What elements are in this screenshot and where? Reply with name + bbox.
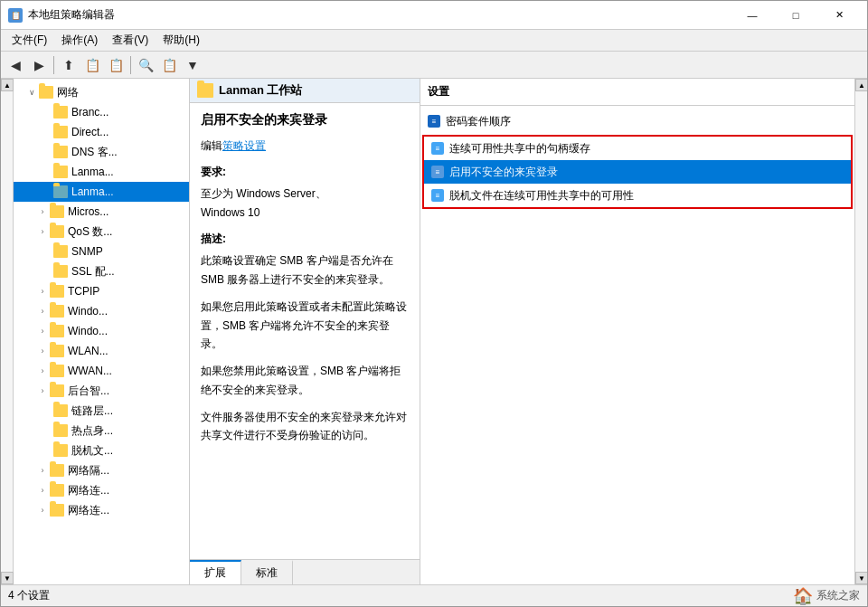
settings-item-1[interactable]: ≡ 连续可用性共享中的句柄缓存 xyxy=(424,137,851,160)
main-content: ▲ ▼ ∨ 网络 Branc... Direct... xyxy=(1,79,867,584)
tree-item-hotspot[interactable]: 热点身... xyxy=(14,421,189,441)
expand-icon-wlan: › xyxy=(35,344,50,358)
middle-panel: Lanman 工作站 启用不安全的来宾登录 编辑策略设置 要求: 至少为 Win… xyxy=(190,79,420,584)
menu-file[interactable]: 文件(F) xyxy=(5,31,54,51)
tree-label-netconn2: 网络连... xyxy=(68,503,109,518)
expand-icon-dns xyxy=(39,145,53,159)
folder-icon-wlan xyxy=(50,345,64,357)
tree-item-offline[interactable]: 脱机文... xyxy=(14,441,189,460)
right-scroll-down[interactable]: ▼ xyxy=(855,572,867,584)
settings-item-2[interactable]: ≡ 启用不安全的来宾登录 xyxy=(424,160,851,184)
menu-view[interactable]: 查看(V) xyxy=(105,31,156,51)
search-button[interactable]: 🔍 xyxy=(135,54,156,76)
tree-item-branch[interactable]: Branc... xyxy=(14,102,189,122)
tree-item-tcpip[interactable]: › TCPIP xyxy=(14,281,189,301)
view-dropdown[interactable]: ▼ xyxy=(182,54,203,76)
tree-panel: ∨ 网络 Branc... Direct... DNS 客... xyxy=(14,79,190,584)
folder-icon-netiso xyxy=(50,464,64,477)
folder-icon-hotspot xyxy=(53,424,68,437)
window-title: 本地组策略编辑器 xyxy=(28,7,731,23)
tree-label-network: 网络 xyxy=(57,85,79,100)
folder-icon-link xyxy=(53,404,68,417)
expand-icon-snmp xyxy=(39,244,53,259)
scroll-down-arrow[interactable]: ▼ xyxy=(1,572,14,584)
desc-section: 描述: 此策略设置确定 SMB 客户端是否允许在 SMB 服务器上进行不安全的来… xyxy=(201,231,409,289)
tree-label-link: 链路层... xyxy=(71,403,113,419)
folder-icon-offline xyxy=(53,444,68,457)
tree-label-windo1: Windo... xyxy=(68,305,108,318)
tree-label-branch: Branc... xyxy=(71,106,108,119)
right-scroll-up[interactable]: ▲ xyxy=(855,79,867,91)
minimize-button[interactable]: — xyxy=(731,1,773,30)
strategy-link[interactable]: 策略设置 xyxy=(222,139,266,152)
folder-icon-qos xyxy=(50,225,64,238)
tree-item-snmp[interactable]: SNMP xyxy=(14,242,189,261)
tree-item-ssl[interactable]: SSL 配... xyxy=(14,261,189,281)
tab-standard[interactable]: 标准 xyxy=(241,560,293,584)
home-icon: 🏠 xyxy=(793,586,813,606)
scroll-up-arrow[interactable]: ▲ xyxy=(1,79,14,91)
toolbar: ◀ ▶ ⬆ 📋 📋 🔍 📋 ▼ xyxy=(1,52,867,79)
menu-help[interactable]: 帮助(H) xyxy=(156,31,207,51)
folder-icon-lanman2 xyxy=(53,185,68,198)
settings-item-3[interactable]: ≡ 脱机文件在连续可用性共享中的可用性 xyxy=(424,184,851,207)
settings-list: ≡ 密码套件顺序 ≡ 连续可用性共享中的句柄缓存 ≡ 启用不安全的来宾登录 xyxy=(420,106,854,584)
tree-label-dns: DNS 客... xyxy=(71,145,118,160)
tree-item-dns[interactable]: DNS 客... xyxy=(14,142,189,162)
folder-icon-ssl xyxy=(53,265,68,278)
folder-icon-network xyxy=(39,86,53,99)
copy-button[interactable]: 📋 xyxy=(81,54,103,76)
tree-item-micros[interactable]: › Micros... xyxy=(14,202,189,222)
settings-label-2: 启用不安全的来宾登录 xyxy=(449,165,558,180)
tree-item-link[interactable]: 链路层... xyxy=(14,401,189,421)
maximize-button[interactable]: □ xyxy=(775,1,816,30)
middle-panel-folder-icon xyxy=(197,83,213,98)
settings-item-0[interactable]: ≡ 密码套件顺序 xyxy=(420,109,854,133)
tree-item-wlan[interactable]: › WLAN... xyxy=(14,341,189,361)
paste-button[interactable]: 📋 xyxy=(105,54,127,76)
tree-item-netconn1[interactable]: › 网络连... xyxy=(14,480,189,500)
tree-item-windo1[interactable]: › Windo... xyxy=(14,301,189,321)
forward-button[interactable]: ▶ xyxy=(28,54,50,76)
desc-content-2: 如果您启用此策略设置或者未配置此策略设置，SMB 客户端将允许不安全的来宾登录。 xyxy=(201,298,409,353)
tree-item-lanman2[interactable]: Lanma... xyxy=(14,182,189,202)
tree-label-lanman2: Lanma... xyxy=(71,185,114,198)
up-button[interactable]: ⬆ xyxy=(58,54,80,76)
tree-label-netconn1: 网络连... xyxy=(68,483,109,498)
tree-item-direct[interactable]: Direct... xyxy=(14,122,189,142)
right-scrollbar: ▲ ▼ xyxy=(854,79,867,584)
desc-content-4: 文件服务器使用不安全的来宾登录来允许对共享文件进行不受身份验证的访问。 xyxy=(201,408,409,445)
expand-icon-bg: › xyxy=(35,384,50,398)
right-scroll-track xyxy=(855,91,867,572)
expand-icon-windo2: › xyxy=(35,324,50,338)
folder-icon-bg xyxy=(50,384,64,397)
app-icon: 📋 xyxy=(8,8,23,23)
right-panel: 设置 ≡ 密码套件顺序 ≡ 连续可用性共享中的句柄缓存 ≡ xyxy=(420,79,854,584)
tree-item-network[interactable]: ∨ 网络 xyxy=(14,82,189,102)
folder-icon-dns xyxy=(53,146,68,158)
expand-icon-offline xyxy=(39,443,53,458)
settings-icon-1: ≡ xyxy=(431,142,444,155)
desc-section-2: 如果您启用此策略设置或者未配置此策略设置，SMB 客户端将允许不安全的来宾登录。 xyxy=(201,298,409,353)
toolbar-separator-1 xyxy=(53,56,54,74)
policy-edit-link: 编辑策略设置 xyxy=(201,138,409,155)
tree-item-qos[interactable]: › QoS 数... xyxy=(14,222,189,242)
tree-item-lanman1[interactable]: Lanma... xyxy=(14,162,189,182)
folder-icon-branch xyxy=(53,106,68,119)
tree-item-wwan[interactable]: › WWAN... xyxy=(14,361,189,381)
properties-button[interactable]: 📋 xyxy=(158,54,180,76)
expand-icon-qos: › xyxy=(35,224,50,239)
scroll-track xyxy=(1,91,13,572)
tree-item-bg[interactable]: › 后台智... xyxy=(14,381,189,401)
tree-item-netiso[interactable]: › 网络隔... xyxy=(14,460,189,480)
settings-outlined-group: ≡ 连续可用性共享中的句柄缓存 ≡ 启用不安全的来宾登录 ≡ 脱机文件在连续可用… xyxy=(422,135,853,209)
folder-icon-tcpip xyxy=(50,285,64,298)
folder-icon-wwan xyxy=(50,365,64,377)
back-button[interactable]: ◀ xyxy=(5,54,26,76)
tree-item-windo2[interactable]: › Windo... xyxy=(14,321,189,341)
menu-action[interactable]: 操作(A) xyxy=(54,31,105,51)
tree-item-netconn2[interactable]: › 网络连... xyxy=(14,500,189,520)
close-button[interactable]: ✕ xyxy=(818,1,860,30)
settings-icon-3: ≡ xyxy=(431,189,444,202)
tab-extend[interactable]: 扩展 xyxy=(190,560,241,584)
